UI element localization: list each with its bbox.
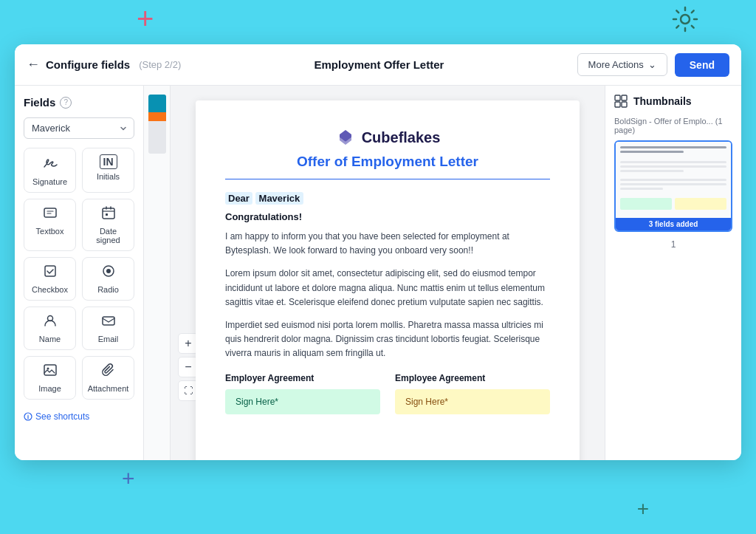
doc-divider bbox=[225, 179, 550, 179]
email-icon bbox=[101, 313, 116, 332]
configure-fields-title: Configure fields bbox=[46, 58, 130, 71]
doc-dear: Dear Maverick bbox=[225, 193, 550, 204]
svg-rect-9 bbox=[44, 365, 56, 375]
app-window: ← Configure fields (Step 2/2) Employment… bbox=[15, 44, 741, 460]
name-label: Name bbox=[39, 335, 61, 343]
field-item-signature[interactable]: Signature bbox=[24, 148, 76, 193]
field-item-checkbox[interactable]: Checkbox bbox=[24, 257, 76, 301]
checkbox-icon bbox=[43, 264, 58, 282]
dear-name-highlight: Maverick bbox=[255, 192, 304, 205]
fields-sidebar: Fields ? Maverick Signature IN Initials bbox=[15, 86, 144, 460]
image-label: Image bbox=[38, 384, 61, 393]
svg-rect-2 bbox=[103, 208, 114, 219]
more-actions-button[interactable]: More Actions ⌄ bbox=[577, 53, 667, 76]
field-item-image[interactable]: Image bbox=[24, 356, 76, 400]
svg-rect-13 bbox=[615, 102, 620, 107]
send-button[interactable]: Send bbox=[675, 53, 729, 77]
document-page: Cubeflakes Offer of Employment Letter De… bbox=[196, 100, 580, 460]
radio-label: Radio bbox=[97, 285, 119, 294]
header-actions: More Actions ⌄ Send bbox=[577, 53, 729, 77]
doc-scroll-area[interactable]: + − ⛶ Cubeflakes Offer of Employment Let… bbox=[171, 86, 605, 460]
svg-rect-11 bbox=[615, 95, 620, 100]
fields-badge: 3 fields added bbox=[616, 218, 731, 230]
sidebar-header: Fields ? bbox=[24, 96, 134, 109]
doc-title: Offer of Employment Letter bbox=[225, 154, 550, 170]
email-label: Email bbox=[98, 335, 119, 343]
deco-cross-bottom-left: + bbox=[122, 468, 135, 490]
textbox-icon bbox=[43, 205, 58, 224]
help-icon[interactable]: ? bbox=[60, 97, 72, 109]
doc-para2: Lorem ipsum dolor sit amet, consectetur … bbox=[225, 267, 550, 309]
document-area: + − ⛶ Cubeflakes Offer of Employment Let… bbox=[144, 86, 605, 460]
svg-point-6 bbox=[106, 269, 111, 273]
recipient-select[interactable]: Maverick bbox=[24, 117, 134, 139]
svg-rect-4 bbox=[45, 266, 55, 276]
step-indicator: (Step 2/2) bbox=[139, 59, 181, 70]
employee-agreement-col: Employee Agreement Sign Here* bbox=[395, 373, 550, 414]
field-item-date-signed[interactable]: Date signed bbox=[82, 199, 134, 251]
svg-rect-12 bbox=[622, 95, 627, 100]
field-item-email[interactable]: Email bbox=[82, 307, 134, 350]
date-signed-icon bbox=[101, 205, 116, 224]
svg-rect-1 bbox=[44, 208, 56, 217]
employer-sign-box[interactable]: Sign Here* bbox=[225, 389, 380, 414]
thumbnail-page-number: 1 bbox=[614, 239, 732, 250]
employee-agreement-title: Employee Agreement bbox=[395, 373, 550, 383]
gear-icon bbox=[672, 6, 698, 32]
thumbnail-doc-label: BoldSign - Offer of Emplo... (1 page) bbox=[614, 117, 732, 134]
doc-para1: I am happy to inform you that you have b… bbox=[225, 230, 550, 258]
textbox-label: Textbox bbox=[36, 227, 64, 236]
thumbnail-image: 3 fields added bbox=[616, 142, 731, 230]
employer-agreement-title: Employer Agreement bbox=[225, 373, 380, 383]
doc-logo-text: Cubeflakes bbox=[362, 129, 441, 146]
svg-rect-8 bbox=[103, 317, 114, 325]
employer-agreement-col: Employer Agreement Sign Here* bbox=[225, 373, 380, 414]
employee-sign-box[interactable]: Sign Here* bbox=[395, 389, 550, 414]
app-body: Fields ? Maverick Signature IN Initials bbox=[15, 86, 741, 460]
deco-cross-bottom-right: + bbox=[637, 499, 649, 519]
field-item-attachment[interactable]: Attachment bbox=[82, 356, 134, 400]
image-icon bbox=[43, 363, 58, 381]
doc-para3: Imperdiet sed euismod nisi porta lorem m… bbox=[225, 318, 550, 361]
field-item-radio[interactable]: Radio bbox=[82, 257, 134, 301]
fields-label: Fields bbox=[24, 96, 55, 109]
header-left: ← Configure fields (Step 2/2) bbox=[27, 57, 181, 72]
attachment-label: Attachment bbox=[88, 384, 129, 393]
thumbnail-card[interactable]: 3 fields added bbox=[614, 140, 732, 232]
name-icon bbox=[43, 313, 58, 332]
field-item-textbox[interactable]: Textbox bbox=[24, 199, 76, 251]
back-button[interactable]: ← bbox=[27, 57, 40, 72]
page-nav-item[interactable] bbox=[148, 95, 166, 154]
signature-label: Signature bbox=[32, 177, 67, 186]
field-item-name[interactable]: Name bbox=[24, 307, 76, 350]
field-item-initials[interactable]: IN Initials bbox=[82, 148, 134, 193]
deco-cross-top-left: + bbox=[137, 4, 154, 33]
checkbox-label: Checkbox bbox=[32, 285, 68, 294]
attachment-icon bbox=[101, 363, 116, 381]
field-grid: Signature IN Initials Textbox bbox=[24, 148, 134, 400]
initials-icon: IN bbox=[100, 154, 117, 169]
date-signed-label: Date signed bbox=[87, 227, 129, 244]
thumbnails-title: Thumbnails bbox=[633, 95, 692, 107]
chevron-down-icon: ⌄ bbox=[648, 59, 656, 70]
page-nav bbox=[144, 86, 171, 460]
svg-rect-14 bbox=[622, 102, 627, 107]
sign-section: Employer Agreement Sign Here* Employee A… bbox=[225, 373, 550, 414]
svg-point-0 bbox=[681, 15, 690, 24]
see-shortcuts-link[interactable]: See shortcuts bbox=[24, 411, 134, 422]
thumbnails-panel: Thumbnails BoldSign - Offer of Emplo... … bbox=[605, 86, 741, 460]
document-name-header: Employment Offer Letter bbox=[181, 58, 577, 71]
panel-header: Thumbnails bbox=[614, 95, 732, 108]
svg-rect-3 bbox=[106, 213, 108, 216]
initials-label: Initials bbox=[97, 172, 120, 181]
doc-logo-area: Cubeflakes bbox=[225, 127, 550, 148]
thumbnails-icon bbox=[614, 95, 628, 108]
radio-icon bbox=[101, 264, 116, 282]
signature-icon bbox=[42, 154, 58, 174]
app-header: ← Configure fields (Step 2/2) Employment… bbox=[15, 44, 741, 86]
svg-point-10 bbox=[47, 368, 49, 370]
doc-congrats: Congratulations! bbox=[225, 211, 550, 222]
